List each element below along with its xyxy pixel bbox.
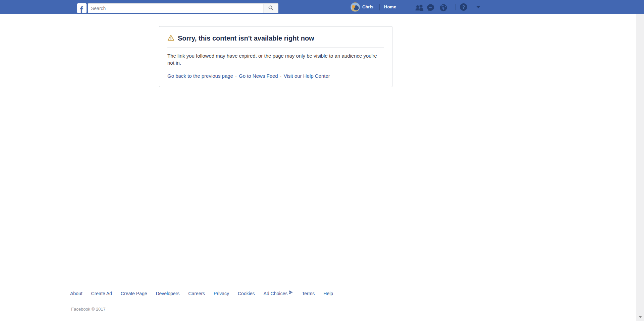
page: f Chris Home xyxy=(0,0,644,321)
friend-requests-icon[interactable] xyxy=(415,4,424,12)
error-links: Go back to the previous page·Go to News … xyxy=(167,73,384,79)
navbar-divider xyxy=(455,4,455,10)
copyright-notice: Facebook © 2017 xyxy=(71,307,106,312)
error-card-header: Sorry, this content isn't available righ… xyxy=(167,35,384,42)
footer-link-about[interactable]: About xyxy=(70,291,83,296)
footer-links: About Create Ad Create Page Developers C… xyxy=(70,291,333,297)
help-center-link[interactable]: Visit our Help Center xyxy=(284,73,330,79)
link-separator: · xyxy=(235,73,237,79)
help-icon[interactable]: ? xyxy=(460,3,467,11)
search-button[interactable] xyxy=(263,4,278,13)
home-link[interactable]: Home xyxy=(384,4,396,9)
news-feed-link[interactable]: Go to News Feed xyxy=(239,73,278,79)
error-title: Sorry, this content isn't available righ… xyxy=(178,35,314,42)
link-separator: · xyxy=(280,73,282,79)
footer-link-help[interactable]: Help xyxy=(323,291,333,296)
navbar-divider xyxy=(379,4,380,10)
footer-divider xyxy=(70,286,480,286)
avatar[interactable] xyxy=(351,2,360,12)
footer-link-ad-choices[interactable]: Ad Choices xyxy=(264,291,293,297)
go-back-link[interactable]: Go back to the previous page xyxy=(167,73,233,79)
chevron-down-icon[interactable] xyxy=(476,6,480,8)
vertical-scrollbar[interactable] xyxy=(636,14,644,321)
error-card: Sorry, this content isn't available righ… xyxy=(159,26,392,87)
messenger-icon[interactable] xyxy=(427,4,435,13)
footer-link-create-page[interactable]: Create Page xyxy=(121,291,147,296)
footer-link-terms[interactable]: Terms xyxy=(302,291,315,296)
search-bar xyxy=(88,3,278,13)
notifications-globe-icon[interactable] xyxy=(439,4,447,13)
card-divider xyxy=(167,47,384,48)
footer-link-privacy[interactable]: Privacy xyxy=(214,291,229,296)
scroll-down-arrow-icon xyxy=(639,316,642,318)
search-icon xyxy=(268,5,274,12)
footer-link-cookies[interactable]: Cookies xyxy=(238,291,255,296)
search-input[interactable] xyxy=(88,4,263,13)
warning-triangle-icon xyxy=(167,35,174,42)
facebook-logo-letter: f xyxy=(80,6,83,13)
profile-link[interactable]: Chris xyxy=(362,4,373,9)
footer-link-create-ad[interactable]: Create Ad xyxy=(91,291,112,296)
top-navbar: f Chris Home xyxy=(0,0,644,14)
scroll-down-button[interactable] xyxy=(636,314,644,320)
footer-link-careers[interactable]: Careers xyxy=(188,291,205,296)
adchoices-icon xyxy=(288,290,293,296)
facebook-logo[interactable]: f xyxy=(77,3,87,13)
footer-link-developers[interactable]: Developers xyxy=(156,291,179,296)
error-description: The link you followed may have expired, … xyxy=(167,52,385,66)
